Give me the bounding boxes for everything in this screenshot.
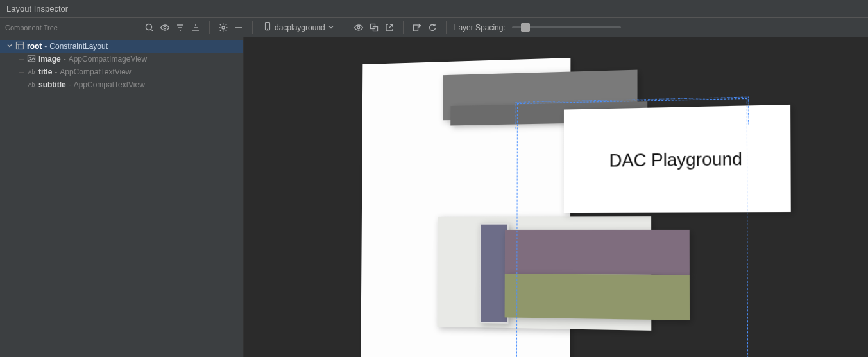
node-name: image [38, 55, 61, 64]
svg-point-2 [164, 26, 166, 29]
component-tree-panel: root - ConstraintLayoutimage - AppCompat… [0, 37, 244, 357]
text-icon: Ab [27, 82, 36, 88]
minimize-icon[interactable] [232, 21, 246, 35]
process-name: dacplayground [275, 23, 325, 32]
svg-point-0 [146, 24, 152, 30]
text-icon: Ab [27, 69, 36, 75]
node-name: title [38, 67, 52, 76]
node-type: AppCompatImageView [69, 55, 148, 64]
expand-icon[interactable] [189, 21, 203, 35]
tree-node-title[interactable]: Abtitle - AppCompatTextView [0, 65, 243, 78]
svg-point-13 [357, 26, 360, 29]
svg-line-1 [151, 30, 153, 31]
svg-point-21 [30, 57, 31, 58]
svg-rect-16 [413, 25, 418, 31]
layer-green[interactable] [505, 274, 690, 320]
gear-icon[interactable] [216, 21, 230, 35]
tree-node-image[interactable]: image - AppCompatImageView [0, 53, 243, 65]
preview-title-text: DAC Playground [609, 148, 742, 171]
node-type: ConstraintLayout [49, 42, 108, 51]
tree-guide [13, 65, 24, 78]
tree-guide [13, 53, 24, 65]
device-icon [263, 22, 272, 33]
node-name: subtitle [38, 80, 66, 89]
node-type: AppCompatTextView [74, 80, 145, 89]
eye-icon[interactable] [158, 21, 172, 35]
layer-title[interactable]: DAC Playground [564, 105, 791, 213]
collapse-icon[interactable] [173, 21, 187, 35]
title-bar: Layout Inspector [0, 0, 868, 18]
image-icon [27, 54, 36, 65]
live-updates-icon[interactable] [410, 21, 424, 35]
process-selector[interactable]: dacplayground [259, 21, 338, 35]
layer-spacing-label: Layer Spacing: [453, 23, 509, 32]
window-title: Layout Inspector [6, 4, 68, 13]
tree-guide [13, 78, 24, 91]
search-icon[interactable] [142, 21, 157, 35]
visibility-icon[interactable] [352, 21, 366, 35]
layout-icon [15, 41, 24, 52]
tree-node-subtitle[interactable]: Absubtitle - AppCompatTextView [0, 78, 243, 91]
panel-label: Component Tree [0, 24, 140, 31]
layout-canvas[interactable]: DAC Playground [244, 37, 868, 357]
svg-rect-17 [17, 42, 24, 49]
popout-icon[interactable] [382, 21, 396, 35]
toolbar: Component Tree [0, 18, 868, 37]
layer-purple[interactable] [505, 230, 690, 275]
node-name: root [27, 42, 42, 51]
tree-node-root[interactable]: root - ConstraintLayout [0, 40, 243, 53]
svg-point-9 [222, 26, 225, 29]
overlay-icon[interactable] [367, 21, 381, 35]
node-type: AppCompatTextView [60, 67, 131, 76]
layer-spacing-slider[interactable] [512, 21, 621, 34]
chevron-down-icon[interactable] [6, 42, 13, 51]
refresh-icon[interactable] [425, 21, 439, 35]
slider-thumb[interactable] [521, 23, 530, 32]
chevron-down-icon [328, 23, 334, 32]
component-tree[interactable]: root - ConstraintLayoutimage - AppCompat… [0, 37, 243, 94]
